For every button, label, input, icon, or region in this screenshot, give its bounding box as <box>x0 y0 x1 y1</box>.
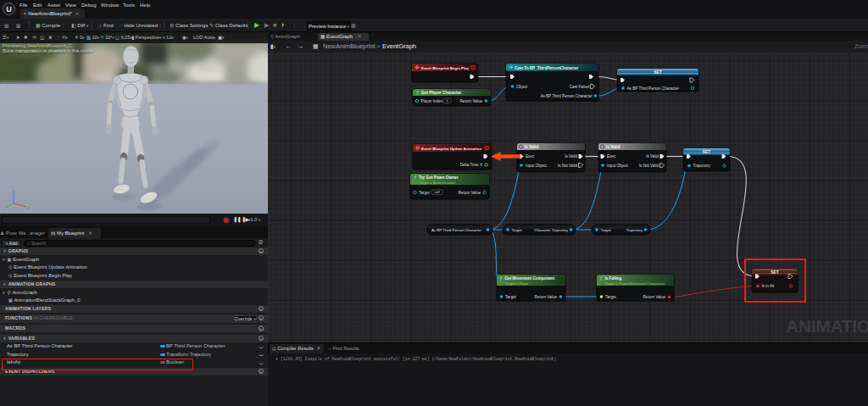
target-pin[interactable] <box>506 228 509 231</box>
close-icon[interactable]: ✕ <box>358 34 362 39</box>
node-get-player-character[interactable]: ƒ Get Player Character Player Index 0 Re… <box>413 89 491 106</box>
node-try-get-pawn-owner[interactable]: ƒ Try Get Pawn Owner Target is Anim Inst… <box>410 174 489 199</box>
visibility-eye-icon[interactable] <box>259 362 264 364</box>
surface-snap-icon[interactable]: ⟲▾ <box>62 32 68 43</box>
screenshot-icon[interactable]: ▣▾ <box>218 32 224 43</box>
lod-dropdown[interactable]: LOD Auto▾ <box>193 32 215 43</box>
menu-window[interactable]: Window <box>101 1 119 9</box>
return-value-pin[interactable] <box>559 295 563 298</box>
close-icon[interactable]: ✕ <box>316 346 320 351</box>
tab-pose-watch-manager[interactable]: ♟ Pose Wa...anager <box>0 228 46 238</box>
class-settings-button[interactable]: ⚙ Class Settings <box>170 19 208 32</box>
coord-system-icon[interactable]: ⊕ <box>48 32 53 43</box>
scale-snap-dropdown[interactable]: ◱ 0.25▾ <box>115 32 132 43</box>
as-character-out-pin[interactable] <box>594 94 598 97</box>
add-macro-icon[interactable]: + <box>259 325 264 331</box>
perspective-dropdown[interactable]: ▮ Perspective▾ <box>131 32 162 43</box>
rotate-tool-icon[interactable]: ⟲ <box>32 32 36 43</box>
add-variable-icon[interactable]: + <box>259 336 264 342</box>
node-is-valid-2[interactable]: ? Is Valid Exec Is Valid Input Object Is… <box>598 143 666 172</box>
snap-zero-dropdown[interactable]: ✛ 0▾ <box>75 32 84 43</box>
add-button[interactable]: + Add <box>2 240 21 247</box>
compiler-log-line[interactable]: ▪[1281.45] Compile of NewAnimBlueprint s… <box>275 357 556 362</box>
back-arrow-icon[interactable]: ← <box>285 41 292 53</box>
menu-tools[interactable]: Tools <box>123 1 135 9</box>
tab-find-results[interactable]: ⌕ Find Results <box>329 344 359 353</box>
close-icon[interactable]: ✕ <box>75 11 79 16</box>
tree-item-blendstack[interactable]: ▦AnimationBlendStackGraph_0 <box>0 297 268 305</box>
value-out-pin[interactable] <box>644 228 648 231</box>
object-pin[interactable] <box>511 85 515 88</box>
debug-object-browse-icon[interactable]: ▥ <box>351 19 356 32</box>
return-value-pin[interactable] <box>485 99 488 103</box>
menu-help[interactable]: Help <box>140 1 150 9</box>
node-is-valid-1[interactable]: ? Is Valid Exec Is Valid Input Object Is… <box>517 143 585 172</box>
add-function-icon[interactable]: + <box>259 315 264 321</box>
variable-row-as-bp-third-person-character[interactable]: As BP Third Person Character BP Third Pe… <box>0 342 268 351</box>
input-object-pin[interactable] <box>520 164 523 167</box>
compile-options-icon[interactable]: ⋮ <box>60 19 65 32</box>
target-pin[interactable] <box>595 228 598 231</box>
close-icon[interactable]: ✕ <box>88 231 92 236</box>
skip-button[interactable]: ⏵ <box>281 19 285 32</box>
node-get-as-bp-third-person-character[interactable]: As BP Third Person Character <box>427 225 492 235</box>
node-get-movement-component[interactable]: ƒ Get Movement Component Target is Pawn … <box>497 275 565 301</box>
viewport-options-icon[interactable]: ☰▾ <box>3 32 8 43</box>
node-event-update-animation[interactable]: Event Blueprint Update Animation Delta T… <box>413 144 492 170</box>
unreal-logo-icon[interactable]: U <box>3 3 15 15</box>
play-button[interactable]: ▶ <box>254 19 259 32</box>
save-button[interactable]: ▤ <box>4 19 8 32</box>
section-functions[interactable]: FUNCTIONS (4 OVERRIDABLE) Override ▾ + <box>0 314 268 323</box>
select-tool-icon[interactable]: ➤ <box>16 32 20 43</box>
variable-row-trajectory[interactable]: Trajectory Transform Trajectory <box>0 351 268 359</box>
browse-button[interactable]: ▥ <box>16 19 20 32</box>
find-button[interactable]: ⌕ Find <box>99 19 114 32</box>
move-tool-icon[interactable]: ✥ <box>24 32 28 43</box>
tab-compiler-results[interactable]: ▤ Compiler Results ✕ <box>270 344 324 353</box>
tool-options-icon[interactable]: ⋮ <box>56 32 61 43</box>
event-graph-canvas[interactable]: Event Blueprint Begin Play Cast To BP_Th… <box>268 53 868 342</box>
section-animation-layers[interactable]: ANIMATION LAYERS + <box>0 305 268 313</box>
section-animation-graphs[interactable]: ▼ANIMATION GRAPHS <box>0 281 268 288</box>
input-object-pin[interactable] <box>601 164 604 167</box>
forward-arrow-icon[interactable]: → <box>297 41 303 53</box>
value-out-pin[interactable] <box>570 228 573 231</box>
value-in-pin[interactable] <box>687 164 691 168</box>
node-set-trajectory[interactable]: SET Trajectory <box>683 148 730 171</box>
tree-item-event-begin-play[interactable]: ◇Event Blueprint Begin Play <box>0 272 268 281</box>
show-flags-icon[interactable]: ◉▾ <box>182 32 188 43</box>
preview-viewport[interactable]: z x y <box>0 32 268 214</box>
bookmark-icon[interactable]: ▮▾ <box>270 41 275 53</box>
asset-tab[interactable]: ✦NewAnimBlueprint*✕ <box>20 8 85 19</box>
section-variables[interactable]: ▼VARIABLES + <box>0 335 268 342</box>
record-button[interactable] <box>223 217 230 224</box>
hide-unrelated-options-icon[interactable]: ⋮ <box>158 19 163 32</box>
add-event-dispatcher-icon[interactable]: + <box>259 369 264 375</box>
target-pin[interactable] <box>500 295 504 298</box>
node-set-as-bp-third-person-character[interactable]: SET As BP Third Person Character <box>617 69 698 92</box>
node-get-trajectory[interactable]: Target Trajectory <box>592 225 650 235</box>
tab-animgraph[interactable]: ⚲ AnimGraph <box>270 32 300 41</box>
scale-tool-icon[interactable]: ◱ <box>40 32 44 43</box>
play-options-icon[interactable]: ⋮ <box>292 19 297 32</box>
compile-button[interactable]: ▦ Compile <box>36 19 60 32</box>
section-macros[interactable]: MACROS + <box>0 325 268 332</box>
value-in-pin[interactable] <box>756 285 760 288</box>
grid-snap-dropdown[interactable]: ▦ 10▾ <box>86 32 99 43</box>
add-graph-icon[interactable]: + <box>259 248 264 254</box>
search-input[interactable]: ⌕ Search <box>24 240 255 247</box>
timeline-scrubber[interactable] <box>2 216 210 224</box>
value-in-pin[interactable] <box>621 86 625 90</box>
pause-button[interactable]: ❚❚ <box>233 214 241 226</box>
node-set-is-in-air[interactable]: SET Is in Air <box>752 269 798 292</box>
override-dropdown[interactable]: Override ▾ <box>234 315 257 321</box>
rotation-snap-dropdown[interactable]: ⟲ 10°▾ <box>100 32 114 43</box>
breadcrumb-root[interactable]: NewAnimBlueprint <box>323 41 376 53</box>
class-defaults-button[interactable]: ✎ Class Defaults <box>209 19 248 32</box>
add-animation-layer-icon[interactable]: + <box>259 306 264 312</box>
breadcrumb-current[interactable]: EventGraph <box>382 41 416 53</box>
preview-instance-dropdown[interactable]: Preview Instance ▾ <box>307 21 351 31</box>
visibility-eye-icon[interactable] <box>259 346 264 348</box>
stop-button[interactable]: ■ <box>273 19 276 32</box>
section-graphs[interactable]: ▼GRAPHS + <box>0 247 268 255</box>
